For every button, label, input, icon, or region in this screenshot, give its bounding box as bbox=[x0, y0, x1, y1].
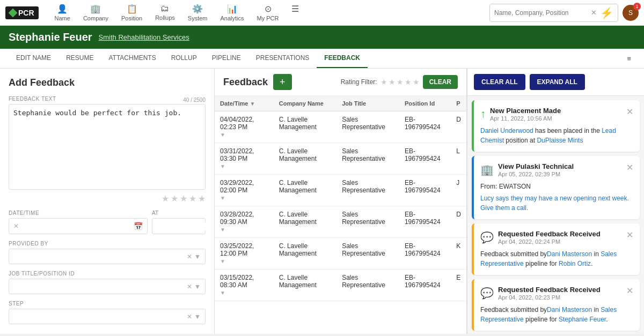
add-feedback-button[interactable]: + bbox=[273, 74, 292, 90]
search-box[interactable]: ✕ ⚡ bbox=[489, 4, 618, 22]
provided-by-clear-icon[interactable]: ✕ bbox=[187, 253, 192, 260]
daniel-underwood-link[interactable]: Daniel Underwood bbox=[480, 127, 533, 135]
notif-title-wrap-3: Requested Feedback Received Apr 04, 2022… bbox=[498, 230, 622, 245]
col-extra[interactable]: P bbox=[451, 96, 466, 111]
tab-attachments[interactable]: ATTACHMENTS bbox=[101, 49, 163, 68]
step-clear-icon[interactable]: ✕ bbox=[187, 313, 192, 320]
col-company[interactable]: Company Name bbox=[274, 96, 336, 111]
filter-star-4[interactable]: ★ bbox=[405, 78, 412, 86]
provided-by-input[interactable]: MONTY bbox=[13, 252, 187, 260]
star-2[interactable]: ★ bbox=[171, 193, 178, 204]
clear-date-icon[interactable]: ✕ bbox=[13, 222, 19, 230]
col-datetime[interactable]: Date/Time ▼ bbox=[215, 96, 274, 111]
date-input[interactable]: April 14, 2022 bbox=[21, 222, 131, 230]
nav-items: 👤 Name 🏢 Company 📋 Position 🗂 Rollups ⚙️… bbox=[49, 2, 489, 24]
job-title-wrap: Technical Sales / EB-1360887779 ✕ ▼ bbox=[9, 279, 206, 294]
name-icon: 👤 bbox=[57, 4, 68, 14]
notif-title-2: View Pulaski Technical bbox=[498, 162, 622, 170]
col-positionid[interactable]: Position Id bbox=[399, 96, 451, 111]
row-expand-icon[interactable]: ▼ bbox=[220, 290, 225, 296]
cell-company: C. Lavelle Management bbox=[274, 270, 336, 301]
row-expand-icon[interactable]: ▼ bbox=[220, 163, 225, 169]
table-row: 03/28/2022, 09:30 AM▼ C. Lavelle Managem… bbox=[215, 206, 466, 238]
person-name: Stephanie Feuer bbox=[9, 31, 92, 43]
nav-item-position[interactable]: 📋 Position bbox=[116, 2, 148, 24]
row-expand-icon[interactable]: ▼ bbox=[220, 227, 225, 233]
step-expand-icon[interactable]: ▼ bbox=[194, 313, 201, 320]
job-title-clear-icon[interactable]: ✕ bbox=[187, 283, 192, 290]
star-5[interactable]: ★ bbox=[198, 193, 206, 204]
position-icon: 📋 bbox=[127, 4, 137, 14]
filter-star-1[interactable]: ★ bbox=[380, 78, 387, 86]
search-clear-icon[interactable]: ✕ bbox=[591, 9, 597, 17]
time-input[interactable]: 10:49 AM bbox=[157, 222, 215, 230]
notif-from-2: From: EWATSON bbox=[480, 182, 633, 191]
avatar[interactable]: S 1 bbox=[623, 5, 639, 21]
notif-close-3[interactable]: ✕ bbox=[626, 230, 633, 240]
robin-ortiz-link[interactable]: Robin Ortiz bbox=[559, 260, 591, 267]
nav-item-mypcr[interactable]: ⊙ My PCR bbox=[252, 2, 284, 24]
step-input[interactable]: LINKNAME on 02/17/2021, 11:40 AM bbox=[13, 312, 187, 320]
notif-close-2[interactable]: ✕ bbox=[626, 162, 633, 173]
star-1[interactable]: ★ bbox=[162, 193, 169, 204]
clear-all-button[interactable]: CLEAR ALL bbox=[474, 74, 525, 90]
tab-pipeline[interactable]: PIPELINE bbox=[204, 49, 248, 68]
notif-header-1: ↑ New Placement Made Apr 11, 2022, 10:56… bbox=[480, 107, 633, 122]
nav-label-name: Name bbox=[55, 15, 70, 21]
cell-datetime: 03/28/2022, 09:30 AM▼ bbox=[215, 206, 274, 238]
filter-star-2[interactable]: ★ bbox=[389, 78, 396, 86]
filter-star-3[interactable]: ★ bbox=[397, 78, 404, 86]
provided-by-expand-icon[interactable]: ▼ bbox=[194, 253, 201, 260]
cell-jobtitle: Sales Representative bbox=[336, 270, 399, 301]
logo-diamond-icon bbox=[9, 8, 18, 17]
star-3[interactable]: ★ bbox=[180, 193, 187, 204]
row-expand-icon[interactable]: ▼ bbox=[220, 258, 225, 264]
provided-by-section: PROVIDED BY MONTY ✕ ▼ bbox=[9, 241, 206, 264]
stephanie-feuer-link[interactable]: Stephanie Feuer bbox=[559, 316, 606, 323]
tab-resume[interactable]: RESUME bbox=[58, 49, 101, 68]
top-nav: PCR 👤 Name 🏢 Company 📋 Position 🗂 Rollup… bbox=[0, 0, 644, 26]
expand-all-button[interactable]: EXPAND ALL bbox=[530, 74, 585, 90]
row-expand-icon[interactable]: ▼ bbox=[220, 132, 225, 138]
cell-jobtitle: Sales Representative bbox=[336, 238, 399, 270]
nav-item-menu[interactable]: ☰ bbox=[286, 2, 304, 24]
tab-rollup[interactable]: ROLLUP bbox=[164, 49, 204, 68]
feedback-text-section: FEEDBACK TEXT 40 / 2500 Stephanie would … bbox=[9, 96, 206, 204]
tab-presentations[interactable]: PRESENTATIONS bbox=[248, 49, 317, 68]
bolt-icon: ⚡ bbox=[600, 6, 613, 19]
calendar-icon[interactable]: 📅 bbox=[134, 222, 143, 230]
cell-company: C. Lavelle Management bbox=[274, 206, 336, 238]
nav-item-system[interactable]: ⚙️ System bbox=[182, 2, 213, 24]
step-wrap: LINKNAME on 02/17/2021, 11:40 AM ✕ ▼ bbox=[9, 309, 206, 324]
clear-rating-button[interactable]: CLEAR bbox=[423, 75, 458, 89]
tab-edit-name[interactable]: EDIT NAME bbox=[9, 49, 58, 68]
nav-item-name[interactable]: 👤 Name bbox=[49, 2, 76, 24]
dani-masterson-link-1[interactable]: Dani Masterson bbox=[547, 250, 592, 258]
notif-title-4: Requested Feedback Received bbox=[498, 286, 622, 294]
filter-icon[interactable]: ≡ bbox=[623, 50, 635, 67]
feedback-textarea[interactable]: Stephanie would be perfect for this job. bbox=[9, 104, 206, 190]
datetime-sort-icon: ▼ bbox=[250, 101, 255, 107]
nav-label-rollups: Rollups bbox=[155, 14, 175, 21]
col-jobtitle[interactable]: Job Title bbox=[336, 96, 399, 111]
pulaski-link[interactable]: Lucy says they may have a new opening ne… bbox=[480, 195, 629, 212]
nav-item-analytics[interactable]: 📊 Analytics bbox=[215, 2, 250, 24]
logo-box: PCR bbox=[5, 6, 39, 19]
search-input[interactable] bbox=[494, 9, 591, 17]
duplaisse-mints-link[interactable]: DuPlaisse Mints bbox=[537, 137, 583, 144]
logo[interactable]: PCR bbox=[5, 6, 39, 19]
notif-close-4[interactable]: ✕ bbox=[626, 286, 633, 296]
job-title-expand-icon[interactable]: ▼ bbox=[194, 283, 201, 290]
filter-star-5[interactable]: ★ bbox=[413, 78, 420, 86]
char-count: 40 / 2500 bbox=[183, 97, 206, 103]
person-company[interactable]: Smith Rehabilitation Services bbox=[99, 33, 189, 41]
star-4[interactable]: ★ bbox=[189, 193, 196, 204]
cell-extra: D bbox=[451, 111, 466, 143]
tab-feedback[interactable]: FEEDBACK bbox=[317, 49, 368, 68]
dani-masterson-link-2[interactable]: Dani Masterson bbox=[547, 306, 592, 313]
job-title-input[interactable]: Technical Sales / EB-1360887779 bbox=[13, 282, 187, 290]
nav-item-company[interactable]: 🏢 Company bbox=[78, 2, 114, 24]
notif-close-1[interactable]: ✕ bbox=[626, 107, 633, 117]
row-expand-icon[interactable]: ▼ bbox=[220, 195, 225, 201]
nav-item-rollups[interactable]: 🗂 Rollups bbox=[150, 2, 180, 24]
